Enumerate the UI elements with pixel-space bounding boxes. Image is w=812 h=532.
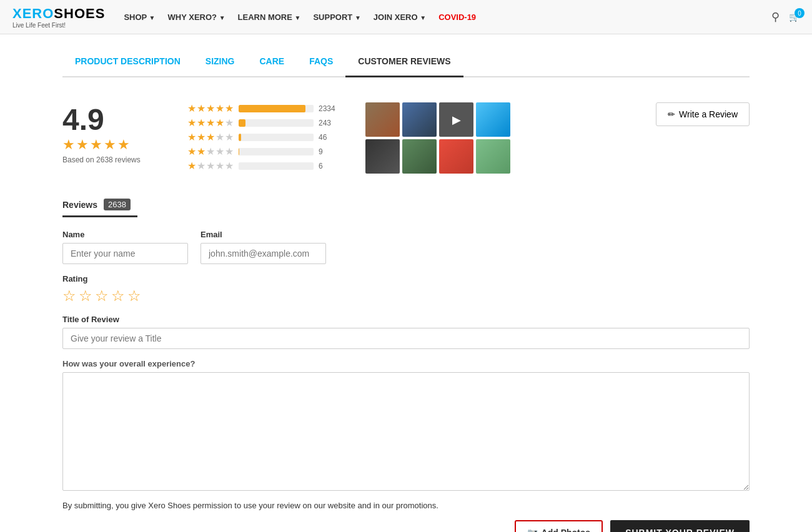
email-label: Email	[201, 230, 326, 239]
bar-track-1	[239, 162, 314, 170]
bar-fill-2	[239, 148, 239, 155]
star-5: ★	[117, 137, 130, 153]
name-form-group: Name	[62, 230, 188, 264]
reviews-count-badge: 2638	[104, 199, 131, 210]
review-image-5[interactable]	[365, 139, 400, 174]
rating-star-1[interactable]: ☆	[62, 287, 76, 305]
pencil-icon: ✏	[668, 109, 675, 119]
bar-stars-3: ★ ★ ★ ★ ★	[187, 131, 234, 143]
add-photos-label: Add Photos	[542, 528, 591, 532]
nav-links: SHOP ▼ WHY XERO? ▼ LEARN MORE ▼ SUPPORT …	[124, 12, 771, 22]
name-label: Name	[62, 230, 188, 239]
review-body-group: How was your overall experience?	[62, 359, 750, 491]
bar-stars-5: ★ ★ ★ ★ ★	[187, 102, 234, 114]
disclaimer-text: By submitting, you give Xero Shoes permi…	[62, 501, 750, 510]
review-body-label: How was your overall experience?	[62, 359, 750, 368]
name-email-row: Name Email	[62, 230, 750, 264]
star-4: ★	[104, 137, 116, 153]
email-input[interactable]	[201, 243, 326, 264]
rating-star-inputs[interactable]: ☆ ☆ ☆ ☆ ☆	[62, 287, 750, 305]
review-body-textarea[interactable]	[62, 372, 750, 491]
nav-shop[interactable]: SHOP ▼	[124, 12, 155, 22]
star-3: ★	[90, 137, 102, 153]
bar-row-5: ★ ★ ★ ★ ★ 2334	[187, 102, 340, 114]
review-image-1[interactable]	[365, 102, 400, 137]
tab-care[interactable]: CARE	[247, 47, 297, 77]
bar-track-5	[239, 105, 314, 112]
cart-count: 0	[795, 8, 805, 18]
navbar: XEROSHOES Live Life Feet First! SHOP ▼ W…	[0, 0, 812, 34]
rating-star-5[interactable]: ☆	[127, 287, 141, 305]
nav-learn-more[interactable]: LEARN MORE ▼	[238, 12, 301, 22]
bar-track-3	[239, 134, 314, 141]
write-review-button[interactable]: ✏ Write a Review	[656, 102, 750, 126]
write-review-label: Write a Review	[679, 109, 738, 119]
email-form-group: Email	[201, 230, 326, 264]
nav-join-xero[interactable]: JOIN XERO ▼	[374, 12, 426, 22]
review-title-label: Title of Review	[62, 315, 750, 324]
review-image-6[interactable]	[402, 139, 437, 174]
bar-fill-4	[239, 119, 245, 127]
product-tabs: PRODUCT DESCRIPTION SIZING CARE FAQS CUS…	[62, 47, 750, 77]
bar-stars-1: ★ ★ ★ ★ ★	[187, 160, 234, 172]
rating-summary: 4.9 ★ ★ ★ ★ ★ Based on 2638 reviews ★ ★ …	[62, 90, 750, 186]
submit-label: SUBMIT YOUR REVIEW	[625, 528, 735, 532]
reviews-label: Reviews	[62, 200, 97, 210]
bar-count-4: 243	[319, 119, 340, 127]
rating-stars-display: ★ ★ ★ ★ ★	[62, 137, 130, 153]
reviews-section-header: Reviews 2638	[62, 199, 137, 217]
tab-sizing[interactable]: SIZING	[193, 47, 247, 77]
bar-stars-2: ★ ★ ★ ★ ★	[187, 145, 234, 157]
bar-count-1: 6	[319, 162, 340, 170]
cart-icon[interactable]: 🛒 0	[789, 12, 800, 22]
bar-fill-3	[239, 134, 241, 141]
form-actions: 📷 Add Photos SUBMIT YOUR REVIEW	[62, 520, 750, 532]
star-1: ★	[62, 137, 75, 153]
tabs-container: PRODUCT DESCRIPTION SIZING CARE FAQS CUS…	[50, 47, 762, 77]
bar-row-1: ★ ★ ★ ★ ★ 6	[187, 160, 340, 172]
name-input[interactable]	[62, 243, 188, 264]
nav-why-xero[interactable]: WHY XERO? ▼	[168, 12, 225, 22]
rating-form-label: Rating	[62, 274, 750, 283]
star-2: ★	[76, 137, 89, 153]
review-image-4[interactable]	[476, 102, 510, 137]
bar-stars-4: ★ ★ ★ ★ ★	[187, 117, 234, 129]
bar-row-3: ★ ★ ★ ★ ★ 46	[187, 131, 340, 143]
bar-row-2: ★ ★ ★ ★ ★ 9	[187, 145, 340, 157]
rating-star-3[interactable]: ☆	[95, 287, 109, 305]
camera-icon: 📷	[527, 528, 538, 532]
bar-count-3: 46	[319, 133, 340, 142]
rating-star-4[interactable]: ☆	[111, 287, 125, 305]
logo[interactable]: XEROSHOES Live Life Feet First!	[12, 6, 105, 29]
rating-star-2[interactable]: ☆	[79, 287, 92, 305]
review-title-input[interactable]	[62, 328, 750, 349]
review-image-play[interactable]: ▶	[439, 102, 473, 137]
rating-score: 4.9	[62, 102, 104, 137]
bar-count-5: 2334	[319, 104, 340, 113]
review-image-8[interactable]	[476, 139, 510, 174]
nav-right: ⚲ 🛒 0	[771, 10, 800, 24]
tab-product-description[interactable]: PRODUCT DESCRIPTION	[62, 47, 193, 77]
rating-group: Rating ☆ ☆ ☆ ☆ ☆	[62, 274, 750, 305]
submit-review-button[interactable]: SUBMIT YOUR REVIEW	[610, 520, 750, 532]
review-title-group: Title of Review	[62, 315, 750, 349]
review-image-2[interactable]	[402, 102, 437, 137]
search-icon[interactable]: ⚲	[771, 10, 780, 24]
tab-customer-reviews[interactable]: CUSTOMER REVIEWS	[345, 47, 463, 77]
tab-faqs[interactable]: FAQS	[297, 47, 345, 77]
rating-bars: ★ ★ ★ ★ ★ 2334 ★ ★ ★ ★ ★	[187, 102, 340, 172]
rating-big: 4.9 ★ ★ ★ ★ ★ Based on 2638 reviews	[62, 102, 162, 164]
bar-row-4: ★ ★ ★ ★ ★ 243	[187, 117, 340, 129]
review-form: Name Email Rating ☆ ☆ ☆ ☆ ☆ Title of Rev…	[62, 230, 750, 532]
bar-count-2: 9	[319, 147, 340, 156]
review-images: ▶	[365, 102, 510, 174]
add-photos-button[interactable]: 📷 Add Photos	[515, 520, 603, 532]
rating-based-on: Based on 2638 reviews	[62, 155, 141, 164]
nav-support[interactable]: SUPPORT ▼	[313, 12, 360, 22]
main-content: 4.9 ★ ★ ★ ★ ★ Based on 2638 reviews ★ ★ …	[50, 77, 762, 532]
logo-tagline: Live Life Feet First!	[12, 22, 105, 29]
nav-covid[interactable]: COVID-19	[438, 12, 476, 22]
review-image-7[interactable]	[439, 139, 473, 174]
logo-text: XEROSHOES	[12, 6, 105, 22]
bar-track-4	[239, 119, 314, 127]
